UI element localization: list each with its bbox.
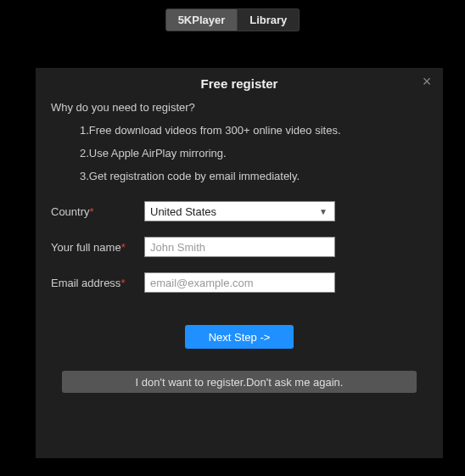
email-input[interactable] [144, 272, 335, 293]
tab-library[interactable]: Library [238, 8, 300, 31]
register-dialog: Free register × Why do you need to regis… [36, 68, 443, 458]
next-step-button[interactable]: Next Step -> [185, 325, 294, 349]
name-input[interactable] [144, 237, 335, 257]
reason-3: 3.Get registration code by email immedia… [80, 170, 428, 182]
label-country: Country* [51, 205, 144, 218]
reasons-list: 1.Free download videos from 300+ online … [80, 124, 428, 182]
why-text: Why do you need to register? [51, 101, 428, 114]
country-select[interactable]: United States [144, 201, 335, 221]
reason-2: 2.Use Apple AirPlay mirroring. [80, 147, 428, 160]
dialog-title: Free register [201, 76, 278, 91]
dialog-body: Why do you need to register? 1.Free down… [36, 98, 443, 393]
top-tabs: 5KPlayer Library [0, 0, 465, 31]
skip-register-button[interactable]: I don't want to register.Don't ask me ag… [62, 371, 417, 393]
tab-5kplayer[interactable]: 5KPlayer [165, 8, 238, 31]
row-email: Email address* [51, 272, 428, 293]
row-name: Your full name* [51, 237, 428, 257]
close-icon[interactable]: × [419, 75, 434, 90]
reason-1: 1.Free download videos from 300+ online … [80, 124, 428, 137]
row-country: Country* United States ▼ [51, 201, 428, 221]
dialog-header: Free register × [36, 68, 443, 98]
label-email: Email address* [51, 277, 144, 289]
label-name: Your full name* [51, 241, 144, 254]
